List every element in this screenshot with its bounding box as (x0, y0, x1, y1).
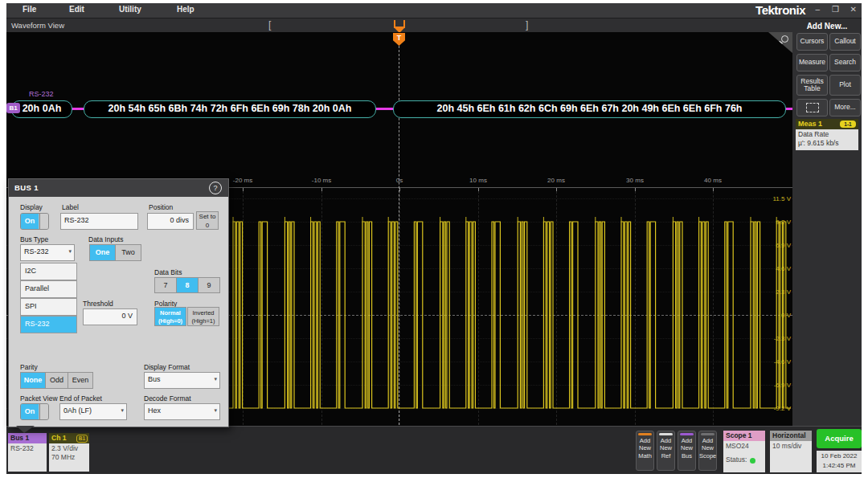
add-new-title: Add New... (792, 22, 862, 31)
bus-idle-line (375, 108, 393, 110)
bus1-badge-body: RS-232 (8, 443, 47, 454)
display-label: Display (20, 203, 43, 211)
more-button[interactable]: More... (829, 99, 861, 116)
horizontal-badge-body: 10 ms/div (770, 441, 812, 451)
zoom-range-bracket-close: ] (526, 19, 528, 31)
bus1-badge-header: Bus 1 (8, 433, 47, 443)
add-new-ref-button[interactable]: Add New Ref (657, 431, 675, 471)
time-text: 1:42:45 PM (817, 461, 862, 471)
results-table-button[interactable]: Results Table (796, 75, 828, 96)
display-toggle[interactable]: On (20, 213, 49, 230)
meas1-value: µ': 9.615 kb/s (798, 139, 856, 148)
label-label: Label (62, 203, 79, 211)
packet-view-label: Packet View (20, 394, 58, 402)
meas1-type: Data Rate (798, 130, 856, 139)
menu-utility[interactable]: Utility (119, 5, 141, 14)
view-tab-bar: Waveform View [ ] (6, 18, 792, 32)
threshold-field[interactable]: 0 V (83, 308, 137, 325)
display-on: On (21, 214, 39, 229)
bus1-config-dialog: BUS 1 ? Display Label Position On RS-232… (8, 178, 229, 427)
bus-type-label: Bus Type (20, 235, 48, 243)
capture-tool-button[interactable] (796, 99, 828, 116)
bus-idle-line (71, 108, 84, 110)
date-text: 10 Feb 2022 (817, 451, 862, 461)
threshold-label: Threshold (83, 300, 113, 308)
bottom-bar: Bus 1 RS-232 Ch 1 B1 2.3 V/div70 MHz Add… (6, 426, 862, 474)
data-inputs-label: Data Inputs (88, 235, 123, 243)
ch1-badge-header: Ch 1 B1 (49, 433, 89, 443)
dialog-title: BUS 1 (14, 183, 39, 192)
data-inputs-two-button[interactable]: Two (115, 244, 141, 261)
dialog-header[interactable]: BUS 1 ? (9, 179, 228, 197)
close-icon[interactable]: ✕ (850, 5, 857, 14)
add-new-scope-button[interactable]: Add New Scope (698, 431, 717, 471)
restore-icon[interactable]: ❐ (832, 5, 839, 14)
status-green-dot (750, 458, 755, 464)
menu-help[interactable]: Help (177, 5, 194, 14)
bus-color-stripe (680, 433, 694, 435)
position-label: Position (149, 203, 173, 211)
scope1-badge[interactable]: Scope 1 MSO24 Status: (723, 431, 765, 472)
add-new-bus-button[interactable]: Add New Bus (678, 431, 696, 471)
meas1-source-chip: 1-1 (840, 121, 856, 128)
data-inputs-one-button[interactable]: One (89, 244, 116, 261)
bus-type-dropdown[interactable]: RS-232▾ (20, 244, 75, 261)
bus1-badge[interactable]: Bus 1 RS-232 (8, 433, 47, 472)
set-to-zero-button[interactable]: Set to 0 (196, 211, 219, 230)
display-format-dropdown[interactable]: Bus▾ (144, 372, 220, 389)
bus-type-option-spi[interactable]: SPI (20, 298, 77, 316)
bus-type-option-rs232[interactable]: RS-232 (20, 316, 77, 333)
callout-button[interactable]: Callout (829, 33, 861, 51)
packet-view-toggle[interactable]: On (20, 403, 49, 420)
search-button[interactable]: Search (829, 54, 861, 71)
decode-packet: 20h 0Ah (11, 100, 72, 118)
label-field[interactable]: RS-232 (60, 213, 138, 230)
help-icon[interactable]: ? (209, 182, 222, 194)
data-bits-9-button[interactable]: 9 (198, 277, 220, 293)
end-of-packet-label: End of Packet (59, 394, 102, 402)
ch1-badge[interactable]: Ch 1 B1 2.3 V/div70 MHz (49, 433, 89, 472)
decode-packet: 20h 45h 6Eh 61h 62h 6Ch 69h 6Eh 67h 20h … (393, 100, 786, 118)
minimize-icon[interactable]: – (815, 5, 820, 14)
meas1-body: Data Rate µ': 9.615 kb/s (796, 129, 858, 150)
measure-button[interactable]: Measure (796, 54, 828, 71)
parity-odd-button[interactable]: Odd (45, 372, 68, 389)
parity-label: Parity (20, 363, 38, 371)
plot-button[interactable]: Plot (829, 75, 861, 96)
cursors-button[interactable]: Cursors (796, 33, 828, 51)
decode-packet: 20h 54h 65h 6Bh 74h 72h 6Fh 6Eh 69h 78h … (84, 100, 376, 118)
dialog-pointer-wedge (16, 426, 35, 433)
tab-waveform-view[interactable]: Waveform View (11, 21, 64, 30)
position-field[interactable]: 0 divs (147, 213, 194, 230)
zoom-range-bracket-open: [ (268, 19, 271, 31)
bus-type-option-i2c[interactable]: I2C (20, 263, 77, 280)
math-color-stripe (638, 433, 652, 435)
app-window: File Edit Utility Help Tektronix – ❐ ✕ W… (6, 3, 862, 473)
data-bits-7-button[interactable]: 7 (154, 277, 177, 293)
scope1-badge-body: MSO24 Status: (723, 441, 765, 466)
parity-none-button[interactable]: None (20, 372, 46, 389)
menu-file[interactable]: File (23, 5, 36, 14)
meas1-results-badge[interactable]: Meas 1 1-1 Data Rate µ': 9.615 kb/s (796, 119, 858, 150)
data-bits-8-button[interactable]: 8 (176, 277, 199, 293)
menu-bar: File Edit Utility Help Tektronix – ❐ ✕ (6, 3, 862, 18)
packet-view-on: On (21, 404, 39, 419)
menu-edit[interactable]: Edit (69, 5, 84, 14)
datetime-display: 10 Feb 2022 1:42:45 PM (817, 451, 862, 472)
trigger-position-marker-icon[interactable] (394, 20, 405, 28)
bus-decode-label: RS-232 (29, 90, 54, 98)
polarity-normal-button[interactable]: Normal(High=0) (154, 307, 186, 326)
decode-format-dropdown[interactable]: Hex▾ (144, 403, 220, 420)
add-new-math-button[interactable]: Add New Math (636, 431, 654, 471)
parity-even-button[interactable]: Even (68, 372, 93, 389)
horizontal-badge-header: Horizontal (770, 431, 812, 441)
bus1-source-badge: B1 (6, 103, 20, 113)
acquire-button[interactable]: Acquire (817, 429, 862, 448)
dashed-rect-icon (806, 103, 819, 112)
meas1-title: Meas 1 (798, 120, 822, 128)
decode-format-label: Decode Format (144, 394, 191, 402)
end-of-packet-dropdown[interactable]: 0Ah (LF)▾ (59, 403, 127, 420)
polarity-inverted-button[interactable]: Inverted(High=1) (187, 307, 219, 326)
bus-type-option-parallel[interactable]: Parallel (20, 280, 77, 298)
horizontal-badge[interactable]: Horizontal 10 ms/div (770, 431, 812, 472)
